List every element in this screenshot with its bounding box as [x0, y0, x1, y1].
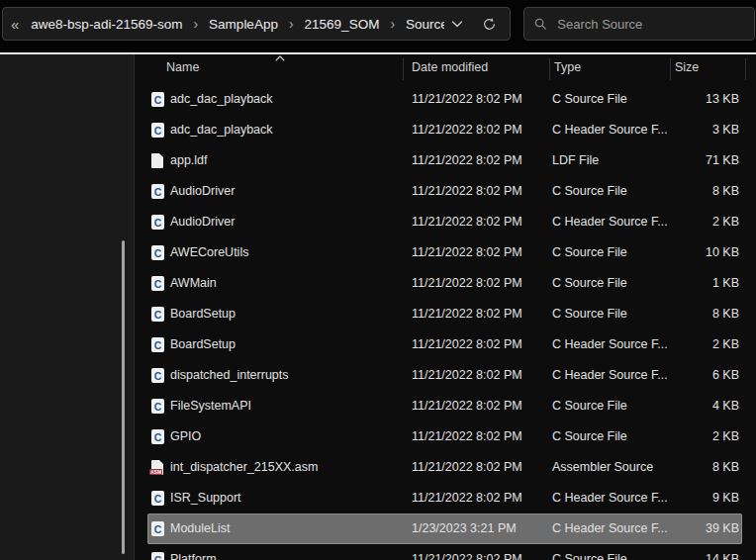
file-name: ISR_Support: [170, 483, 241, 513]
file-row[interactable]: C adc_dac_playback 11/21/2022 8:02 PM C …: [147, 84, 742, 115]
file-row[interactable]: C BoardSetup 11/21/2022 8:02 PM C Header…: [147, 329, 742, 360]
c-file-icon: C: [151, 307, 164, 322]
file-date-modified: 11/21/2022 8:02 PM: [412, 268, 522, 299]
file-row[interactable]: app.ldf 11/21/2022 8:02 PM LDF File 71 K…: [147, 145, 742, 176]
file-date-modified: 11/21/2022 8:02 PM: [412, 329, 522, 360]
nav-scrollbar-thumb[interactable]: [122, 240, 125, 554]
column-header-date[interactable]: Date modified: [412, 60, 488, 74]
file-row[interactable]: C AudioDriver 11/21/2022 8:02 PM C Heade…: [147, 207, 742, 237]
file-type-icon: C: [151, 491, 164, 506]
file-size: 9 KB: [648, 483, 739, 513]
file-row[interactable]: C GPIO 11/21/2022 8:02 PM C Source File …: [147, 421, 742, 452]
file-name: adc_dac_playback: [170, 84, 273, 115]
file-size: 14 KB: [648, 544, 739, 560]
file-name: int_dispatcher_215XX.asm: [170, 452, 318, 483]
file-row[interactable]: C BoardSetup 11/21/2022 8:02 PM C Source…: [147, 299, 742, 329]
breadcrumb-item[interactable]: awe8-bsp-adi-21569-som: [27, 15, 186, 34]
refresh-icon[interactable]: [476, 11, 502, 37]
file-type-icon: C: [151, 521, 164, 536]
file-size: 6 KB: [648, 360, 739, 391]
breadcrumb-item[interactable]: SampleApp: [205, 15, 282, 34]
search-icon: [534, 17, 546, 31]
file-row[interactable]: C adc_dac_playback 11/21/2022 8:02 PM C …: [147, 115, 742, 145]
file-size: 4 KB: [648, 391, 739, 421]
file-date-modified: 11/21/2022 8:02 PM: [412, 483, 522, 513]
breadcrumb-separator-icon[interactable]: ›: [282, 17, 301, 31]
c-file-icon: C: [151, 245, 164, 260]
breadcrumb-separator-icon[interactable]: ›: [186, 17, 205, 31]
file-name: BoardSetup: [170, 329, 236, 360]
file-name: ModuleList: [170, 513, 230, 544]
breadcrumb-item[interactable]: 21569_SOM: [301, 15, 384, 34]
file-type-icon: C: [151, 552, 164, 560]
file-size: 2 KB: [648, 329, 739, 360]
search-box[interactable]: [523, 7, 755, 41]
c-file-icon: C: [151, 521, 164, 536]
c-file-icon: C: [151, 184, 164, 199]
file-date-modified: 11/21/2022 8:02 PM: [412, 299, 522, 329]
address-bar[interactable]: « awe8-bsp-adi-21569-som›SampleApp›21569…: [2, 7, 511, 41]
column-resize-handle[interactable]: [403, 58, 404, 80]
file-row-selected[interactable]: C ModuleList 1/23/2023 3:21 PM C Header …: [147, 513, 742, 544]
file-size: 39 KB: [648, 513, 739, 544]
file-type-icon: C: [151, 429, 164, 444]
file-type-icon: C: [151, 399, 164, 414]
file-type-icon: C: [151, 123, 164, 138]
file-type-icon: C: [151, 337, 164, 352]
file-size: 71 KB: [648, 145, 739, 176]
file-row[interactable]: C Platform 11/21/2022 8:02 PM C Source F…: [147, 544, 742, 560]
c-file-icon: C: [151, 215, 164, 230]
file-date-modified: 11/21/2022 8:02 PM: [412, 84, 522, 115]
file-size: 1 KB: [648, 268, 739, 299]
file-type-icon: C: [151, 307, 164, 322]
file-date-modified: 11/21/2022 8:02 PM: [412, 360, 522, 391]
file-date-modified: 1/23/2023 3:21 PM: [412, 513, 517, 544]
file-row[interactable]: C dispatched_interrupts 11/21/2022 8:02 …: [147, 360, 742, 391]
file-row[interactable]: C ISR_Support 11/21/2022 8:02 PM C Heade…: [147, 483, 742, 513]
file-type-icon: C: [151, 245, 164, 260]
file-row[interactable]: C AWMain 11/21/2022 8:02 PM C Source Fil…: [147, 268, 742, 299]
file-row[interactable]: C FileSystemAPI 11/21/2022 8:02 PM C Sou…: [147, 391, 742, 421]
column-header-type[interactable]: Type: [554, 60, 581, 74]
c-file-icon: C: [151, 491, 164, 506]
file-explorer-window: « awe8-bsp-adi-21569-som›SampleApp›21569…: [0, 0, 756, 560]
column-header-size[interactable]: Size: [675, 60, 699, 74]
column-resize-handle[interactable]: [745, 58, 746, 80]
file-row[interactable]: C AWECoreUtils 11/21/2022 8:02 PM C Sour…: [147, 237, 742, 268]
file-row[interactable]: C AudioDriver 11/21/2022 8:02 PM C Sourc…: [147, 176, 742, 207]
navigation-pane: [0, 54, 134, 560]
sort-ascending-icon[interactable]: [275, 55, 285, 61]
breadcrumb-separator-icon[interactable]: ›: [383, 17, 402, 31]
column-resize-handle[interactable]: [670, 58, 671, 80]
c-file-icon: C: [151, 337, 164, 352]
file-list-pane: Name Date modified Type Size C adc_dac_p…: [135, 54, 756, 560]
address-dropdown-chevron-icon[interactable]: [444, 11, 470, 37]
c-file-icon: C: [151, 92, 164, 107]
breadcrumb: awe8-bsp-adi-21569-som›SampleApp›21569_S…: [27, 15, 444, 34]
asm-badge: ASM: [149, 469, 162, 475]
file-name: dispatched_interrupts: [170, 360, 289, 391]
column-resize-handle[interactable]: [549, 58, 550, 80]
document-file-icon: [151, 153, 163, 168]
file-name: AudioDriver: [170, 207, 235, 237]
file-row[interactable]: ASM int_dispatcher_215XX.asm 11/21/2022 …: [147, 452, 742, 483]
file-size: 8 KB: [648, 176, 739, 207]
breadcrumb-item[interactable]: Source: [402, 15, 444, 34]
file-date-modified: 11/21/2022 8:02 PM: [412, 421, 522, 452]
file-name: AudioDriver: [170, 176, 235, 207]
c-file-icon: C: [151, 429, 164, 444]
c-file-icon: C: [151, 368, 164, 383]
file-date-modified: 11/21/2022 8:02 PM: [412, 237, 522, 268]
file-name: BoardSetup: [170, 299, 236, 329]
file-name: GPIO: [170, 421, 201, 452]
file-date-modified: 11/21/2022 8:02 PM: [412, 452, 522, 483]
back-chevrons-icon[interactable]: «: [11, 17, 19, 32]
file-date-modified: 11/21/2022 8:02 PM: [412, 145, 522, 176]
file-type-icon: C: [151, 276, 164, 291]
file-size: 8 KB: [648, 299, 739, 329]
search-input[interactable]: [555, 16, 744, 33]
column-header-name[interactable]: Name: [166, 60, 199, 74]
file-type-icon: ASM: [151, 460, 164, 475]
file-name: AWMain: [170, 268, 217, 299]
file-date-modified: 11/21/2022 8:02 PM: [412, 544, 522, 560]
